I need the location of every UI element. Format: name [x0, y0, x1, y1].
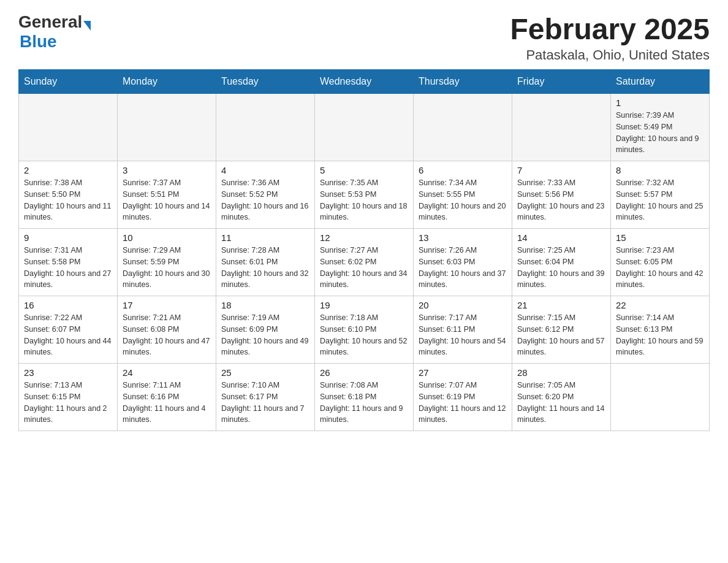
day-info: Sunrise: 7:21 AM Sunset: 6:08 PM Dayligh…	[123, 312, 211, 358]
calendar-cell: 21Sunrise: 7:15 AM Sunset: 6:12 PM Dayli…	[512, 296, 611, 364]
calendar-cell: 28Sunrise: 7:05 AM Sunset: 6:20 PM Dayli…	[512, 364, 611, 431]
header: General Blue February 2025 Pataskala, Oh…	[18, 12, 710, 63]
day-info: Sunrise: 7:39 AM Sunset: 5:49 PM Dayligh…	[616, 110, 704, 156]
day-number: 17	[123, 300, 211, 310]
calendar-cell: 24Sunrise: 7:11 AM Sunset: 6:16 PM Dayli…	[118, 364, 216, 431]
calendar-cell: 13Sunrise: 7:26 AM Sunset: 6:03 PM Dayli…	[414, 229, 512, 296]
calendar-cell	[512, 94, 611, 161]
month-title: February 2025	[510, 12, 710, 46]
header-wednesday: Wednesday	[315, 70, 414, 94]
day-number: 25	[221, 367, 309, 378]
day-info: Sunrise: 7:34 AM Sunset: 5:55 PM Dayligh…	[419, 177, 507, 223]
day-number: 10	[123, 232, 211, 243]
calendar-cell: 1Sunrise: 7:39 AM Sunset: 5:49 PM Daylig…	[611, 94, 710, 161]
day-info: Sunrise: 7:31 AM Sunset: 5:58 PM Dayligh…	[24, 245, 112, 291]
day-number: 27	[419, 367, 507, 378]
weekday-header-row: Sunday Monday Tuesday Wednesday Thursday…	[19, 70, 710, 94]
day-number: 11	[221, 232, 309, 243]
calendar-week-row: 9Sunrise: 7:31 AM Sunset: 5:58 PM Daylig…	[19, 229, 710, 296]
day-info: Sunrise: 7:19 AM Sunset: 6:09 PM Dayligh…	[221, 312, 309, 358]
location-title: Pataskala, Ohio, United States	[510, 47, 710, 63]
calendar-cell: 25Sunrise: 7:10 AM Sunset: 6:17 PM Dayli…	[216, 364, 315, 431]
day-info: Sunrise: 7:15 AM Sunset: 6:12 PM Dayligh…	[517, 312, 605, 358]
day-info: Sunrise: 7:38 AM Sunset: 5:50 PM Dayligh…	[24, 177, 112, 223]
header-monday: Monday	[118, 70, 216, 94]
calendar-cell: 15Sunrise: 7:23 AM Sunset: 6:05 PM Dayli…	[611, 229, 710, 296]
day-info: Sunrise: 7:05 AM Sunset: 6:20 PM Dayligh…	[517, 380, 605, 426]
day-number: 4	[221, 165, 309, 175]
day-number: 22	[616, 300, 704, 310]
day-info: Sunrise: 7:29 AM Sunset: 5:59 PM Dayligh…	[123, 245, 211, 291]
day-info: Sunrise: 7:11 AM Sunset: 6:16 PM Dayligh…	[123, 380, 211, 426]
day-info: Sunrise: 7:23 AM Sunset: 6:05 PM Dayligh…	[616, 245, 704, 291]
calendar-cell: 27Sunrise: 7:07 AM Sunset: 6:19 PM Dayli…	[414, 364, 512, 431]
day-number: 14	[517, 232, 605, 243]
calendar-cell: 20Sunrise: 7:17 AM Sunset: 6:11 PM Dayli…	[414, 296, 512, 364]
calendar-cell	[414, 94, 512, 161]
day-number: 6	[419, 165, 507, 175]
calendar-cell: 16Sunrise: 7:22 AM Sunset: 6:07 PM Dayli…	[19, 296, 118, 364]
day-info: Sunrise: 7:22 AM Sunset: 6:07 PM Dayligh…	[24, 312, 112, 358]
day-info: Sunrise: 7:36 AM Sunset: 5:52 PM Dayligh…	[221, 177, 309, 223]
calendar-week-row: 2Sunrise: 7:38 AM Sunset: 5:50 PM Daylig…	[19, 161, 710, 229]
day-number: 7	[517, 165, 605, 175]
day-info: Sunrise: 7:25 AM Sunset: 6:04 PM Dayligh…	[517, 245, 605, 291]
calendar-cell: 12Sunrise: 7:27 AM Sunset: 6:02 PM Dayli…	[315, 229, 414, 296]
day-number: 18	[221, 300, 309, 310]
day-info: Sunrise: 7:18 AM Sunset: 6:10 PM Dayligh…	[320, 312, 408, 358]
day-number: 1	[616, 98, 704, 108]
calendar-cell: 22Sunrise: 7:14 AM Sunset: 6:13 PM Dayli…	[611, 296, 710, 364]
day-info: Sunrise: 7:14 AM Sunset: 6:13 PM Dayligh…	[616, 312, 704, 358]
calendar-cell: 2Sunrise: 7:38 AM Sunset: 5:50 PM Daylig…	[19, 161, 118, 229]
calendar-cell: 23Sunrise: 7:13 AM Sunset: 6:15 PM Dayli…	[19, 364, 118, 431]
day-info: Sunrise: 7:08 AM Sunset: 6:18 PM Dayligh…	[320, 380, 408, 426]
calendar-cell: 10Sunrise: 7:29 AM Sunset: 5:59 PM Dayli…	[118, 229, 216, 296]
day-info: Sunrise: 7:07 AM Sunset: 6:19 PM Dayligh…	[419, 380, 507, 426]
day-number: 24	[123, 367, 211, 378]
calendar-cell	[216, 94, 315, 161]
calendar-cell	[19, 94, 118, 161]
day-info: Sunrise: 7:37 AM Sunset: 5:51 PM Dayligh…	[123, 177, 211, 223]
logo-blue: Blue	[20, 32, 57, 51]
calendar-cell: 5Sunrise: 7:35 AM Sunset: 5:53 PM Daylig…	[315, 161, 414, 229]
logo: General Blue	[18, 12, 91, 52]
calendar-cell: 18Sunrise: 7:19 AM Sunset: 6:09 PM Dayli…	[216, 296, 315, 364]
title-area: February 2025 Pataskala, Ohio, United St…	[510, 12, 710, 63]
day-number: 12	[320, 232, 408, 243]
day-number: 16	[24, 300, 112, 310]
calendar-week-row: 1Sunrise: 7:39 AM Sunset: 5:49 PM Daylig…	[19, 94, 710, 161]
calendar-table: Sunday Monday Tuesday Wednesday Thursday…	[18, 69, 710, 431]
calendar-cell: 17Sunrise: 7:21 AM Sunset: 6:08 PM Dayli…	[118, 296, 216, 364]
calendar-cell: 26Sunrise: 7:08 AM Sunset: 6:18 PM Dayli…	[315, 364, 414, 431]
calendar-cell	[315, 94, 414, 161]
day-info: Sunrise: 7:27 AM Sunset: 6:02 PM Dayligh…	[320, 245, 408, 291]
day-number: 20	[419, 300, 507, 310]
header-tuesday: Tuesday	[216, 70, 315, 94]
day-number: 3	[123, 165, 211, 175]
day-info: Sunrise: 7:13 AM Sunset: 6:15 PM Dayligh…	[24, 380, 112, 426]
calendar-cell: 4Sunrise: 7:36 AM Sunset: 5:52 PM Daylig…	[216, 161, 315, 229]
day-info: Sunrise: 7:26 AM Sunset: 6:03 PM Dayligh…	[419, 245, 507, 291]
header-friday: Friday	[512, 70, 611, 94]
calendar-cell: 3Sunrise: 7:37 AM Sunset: 5:51 PM Daylig…	[118, 161, 216, 229]
calendar-cell: 8Sunrise: 7:32 AM Sunset: 5:57 PM Daylig…	[611, 161, 710, 229]
day-number: 15	[616, 232, 704, 243]
day-number: 13	[419, 232, 507, 243]
calendar-cell: 14Sunrise: 7:25 AM Sunset: 6:04 PM Dayli…	[512, 229, 611, 296]
day-number: 26	[320, 367, 408, 378]
calendar-cell: 6Sunrise: 7:34 AM Sunset: 5:55 PM Daylig…	[414, 161, 512, 229]
calendar-cell	[611, 364, 710, 431]
day-number: 2	[24, 165, 112, 175]
day-info: Sunrise: 7:33 AM Sunset: 5:56 PM Dayligh…	[517, 177, 605, 223]
day-number: 28	[517, 367, 605, 378]
header-sunday: Sunday	[19, 70, 118, 94]
calendar-cell: 19Sunrise: 7:18 AM Sunset: 6:10 PM Dayli…	[315, 296, 414, 364]
calendar-cell: 7Sunrise: 7:33 AM Sunset: 5:56 PM Daylig…	[512, 161, 611, 229]
day-info: Sunrise: 7:32 AM Sunset: 5:57 PM Dayligh…	[616, 177, 704, 223]
day-info: Sunrise: 7:17 AM Sunset: 6:11 PM Dayligh…	[419, 312, 507, 358]
header-saturday: Saturday	[611, 70, 710, 94]
day-number: 8	[616, 165, 704, 175]
logo-general: General	[18, 12, 82, 32]
day-number: 19	[320, 300, 408, 310]
day-info: Sunrise: 7:35 AM Sunset: 5:53 PM Dayligh…	[320, 177, 408, 223]
